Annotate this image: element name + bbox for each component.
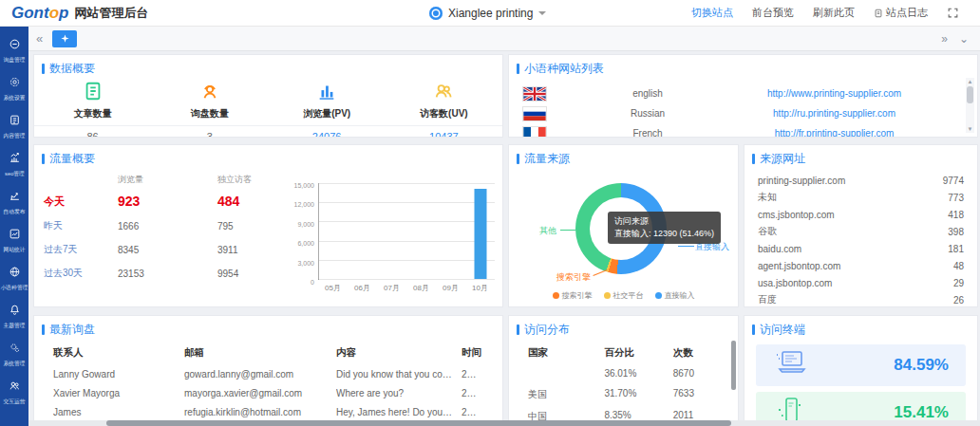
theme-icon bbox=[9, 303, 21, 320]
count-value: 8670 bbox=[673, 368, 719, 380]
card-visit-distribution: 访问分布 国家百分比次数36.01%8670美国31.70%7633中国8.35… bbox=[508, 315, 739, 426]
horizontal-scrollbar[interactable] bbox=[28, 420, 980, 426]
site-url-link[interactable]: http://www.printing-supplier.com bbox=[716, 88, 952, 99]
sidebar-item-seo[interactable]: seo管理 bbox=[0, 146, 28, 184]
legend-item[interactable]: 直接输入 bbox=[655, 290, 695, 301]
source-count: 26 bbox=[953, 295, 964, 306]
language-name: Russian bbox=[579, 108, 716, 119]
inquiry-content: Hey, James here! Do you kno... bbox=[336, 407, 462, 417]
stat-item: 浏览量(PV) bbox=[269, 81, 386, 120]
source-url-row: 百度26 bbox=[758, 291, 964, 307]
content-area: « » ⌄ 数据概要 文章数量询盘数量浏览量(PV)访客数(UV) 863240… bbox=[28, 27, 980, 426]
collapse-sidebar-button[interactable]: « bbox=[36, 31, 43, 46]
sidebar-item-language[interactable]: 小语种管理 bbox=[0, 260, 28, 298]
sidebar-item-label: 自动发布 bbox=[3, 208, 25, 215]
scrollbar-thumb[interactable] bbox=[967, 86, 973, 103]
uv-value: 484 bbox=[217, 194, 286, 209]
sidebar-item-label: 交互运营 bbox=[3, 398, 25, 405]
sidebar-item-label: seo管理 bbox=[5, 170, 25, 177]
site-log-link[interactable]: 站点日志 bbox=[874, 6, 928, 20]
tab-dashboard[interactable] bbox=[52, 30, 77, 47]
tab-bar: « » ⌄ bbox=[28, 27, 980, 51]
terminal-percent: 15.41% bbox=[894, 403, 949, 422]
scrollbar-vertical[interactable]: ▲ ▼ bbox=[966, 78, 974, 133]
uv-value: 9954 bbox=[217, 269, 286, 279]
monthly-traffic-bar-chart: 15,00012,0009,0006,0003,000005月06月07月08月… bbox=[286, 181, 497, 293]
table-row: 今天923484 bbox=[44, 194, 286, 209]
percent-value: 31.70% bbox=[604, 388, 672, 401]
tabs-overflow-button[interactable]: » bbox=[941, 32, 948, 46]
y-axis-tick: 3,000 bbox=[286, 259, 314, 266]
bar[interactable] bbox=[474, 189, 486, 279]
sidebar-item-settings[interactable]: 系统设置 bbox=[0, 70, 28, 108]
scrollbar-thumb[interactable] bbox=[731, 341, 736, 390]
site-name: Xianglee printing bbox=[448, 7, 533, 20]
sidebar-item-label: 小语种管理 bbox=[1, 284, 28, 291]
source-count: 9774 bbox=[943, 176, 964, 186]
stat-value: 24076 bbox=[269, 131, 386, 138]
column-header: 时间 bbox=[462, 346, 487, 360]
stat-label: 浏览量(PV) bbox=[303, 107, 350, 120]
publish-icon bbox=[9, 189, 21, 206]
source-name: cms.jsbontop.com bbox=[758, 210, 835, 220]
x-axis-tick: 10月 bbox=[465, 283, 495, 293]
app-title: 网站管理后台 bbox=[74, 5, 148, 22]
sidebar-item-publish[interactable]: 自动发布 bbox=[0, 184, 28, 222]
sidebar-item-label: 网站统计 bbox=[3, 246, 25, 253]
sidebar-item-system[interactable]: 系统管理 bbox=[0, 336, 28, 374]
document-icon bbox=[874, 9, 883, 18]
source-name: baidu.com bbox=[758, 244, 801, 254]
source-name: 谷歌 bbox=[758, 225, 777, 238]
fullscreen-icon[interactable] bbox=[947, 7, 959, 19]
language-site-row: Frenchhttp://fr.printing-supplier.com bbox=[522, 123, 952, 138]
x-axis-tick: 06月 bbox=[348, 283, 377, 293]
source-count: 48 bbox=[953, 261, 964, 271]
sidebar-item-inquiry[interactable]: 询盘管理 bbox=[0, 32, 28, 70]
site-url-link[interactable]: http://ru.printing-supplier.com bbox=[716, 108, 952, 119]
scrollbar-thumb[interactable] bbox=[106, 420, 731, 426]
column-header: 联系人 bbox=[53, 346, 184, 360]
distribution-row: 美国31.70%7633 bbox=[528, 388, 719, 401]
chevron-down-icon bbox=[538, 11, 546, 19]
column-header: 国家 bbox=[528, 346, 604, 360]
sidebar-item-users[interactable]: 交互运营 bbox=[0, 374, 28, 412]
tabs-menu-button[interactable]: ⌄ bbox=[959, 32, 969, 46]
legend-item[interactable]: 社交平台 bbox=[604, 290, 644, 301]
legend-label: 社交平台 bbox=[613, 290, 644, 301]
column-header: 百分比 bbox=[604, 346, 672, 360]
sidebar-item-theme[interactable]: 主题管理 bbox=[0, 298, 28, 336]
source-url-row: 未知773 bbox=[758, 189, 964, 206]
sidebar-item-content[interactable]: 内容管理 bbox=[0, 108, 28, 146]
site-url-link[interactable]: http://fr.printing-supplier.com bbox=[716, 128, 952, 138]
refresh-link[interactable]: 刷新此页 bbox=[813, 6, 855, 20]
site-selector[interactable]: Xianglee printing bbox=[429, 0, 546, 27]
source-url-row: printing-supplier.com9774 bbox=[758, 172, 964, 189]
language-icon bbox=[9, 265, 21, 282]
y-axis-tick: 12,000 bbox=[286, 201, 314, 208]
uk-flag-icon bbox=[522, 86, 579, 102]
period-label: 昨天 bbox=[44, 219, 118, 232]
sidebar-item-label: 系统设置 bbox=[3, 94, 25, 102]
card-title: 流量来源 bbox=[509, 145, 738, 170]
article-icon bbox=[83, 81, 104, 105]
pv-icon bbox=[316, 81, 337, 105]
language-name: French bbox=[579, 128, 716, 138]
sidebar-item-stats[interactable]: 网站统计 bbox=[0, 222, 28, 260]
card-title: 访问分布 bbox=[509, 316, 738, 341]
app-header: Gontop 网站管理后台 Xianglee printing 切换站点 前台预… bbox=[0, 0, 980, 27]
contact-name: Lanny Goward bbox=[53, 369, 184, 380]
legend-dot bbox=[655, 292, 662, 299]
preview-link[interactable]: 前台预览 bbox=[752, 6, 794, 20]
card-title: 最新询盘 bbox=[34, 316, 502, 341]
switch-site-link[interactable]: 切换站点 bbox=[691, 6, 733, 20]
sidebar-item-label: 主题管理 bbox=[3, 322, 25, 329]
sidebar-item-label: 内容管理 bbox=[3, 132, 25, 139]
contact-name: Xavier Mayorga bbox=[53, 388, 184, 398]
uv-value: 3911 bbox=[217, 245, 286, 255]
card-traffic-source: 流量来源 其他 直接输入 搜索引擎 访问来源 直接输入: 12390 (51.4… bbox=[508, 144, 739, 307]
legend-item[interactable]: 搜索引擎 bbox=[553, 290, 593, 301]
uv-value: 795 bbox=[217, 221, 286, 232]
seo-icon bbox=[9, 151, 21, 168]
scroll-down-icon[interactable]: ▼ bbox=[968, 125, 973, 133]
scroll-up-icon[interactable]: ▲ bbox=[968, 78, 973, 85]
